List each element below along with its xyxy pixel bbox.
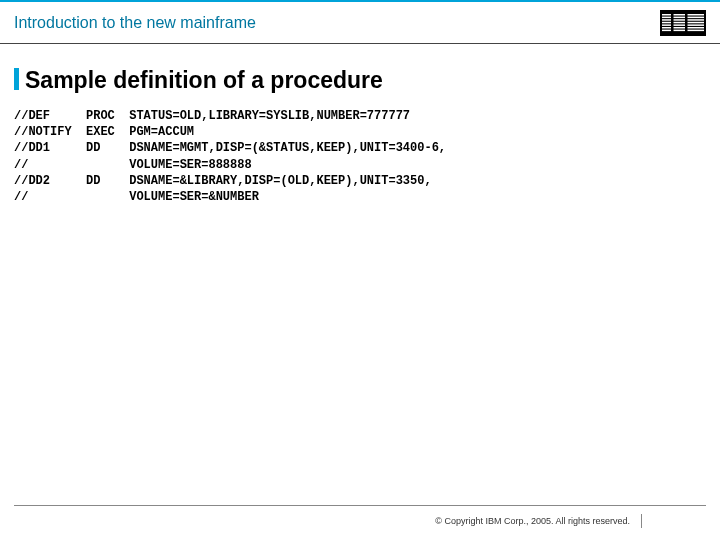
- svg-rect-8: [685, 14, 688, 32]
- svg-rect-6: [662, 29, 704, 31]
- svg-rect-7: [671, 14, 674, 32]
- footer-tick: [641, 514, 642, 528]
- svg-rect-3: [662, 21, 704, 23]
- title-accent-bar: [14, 68, 19, 90]
- svg-rect-4: [662, 24, 704, 26]
- ibm-logo: [660, 10, 706, 36]
- header-title: Introduction to the new mainframe: [14, 14, 256, 32]
- footer-divider: [14, 505, 706, 506]
- svg-rect-2: [662, 19, 704, 21]
- footer-copyright: © Copyright IBM Corp., 2005. All rights …: [435, 516, 630, 526]
- slide-title-row: Sample definition of a procedure: [14, 66, 706, 94]
- ibm-logo-icon: [662, 14, 704, 32]
- slide-content: Sample definition of a procedure //DEF P…: [0, 44, 720, 205]
- slide-title: Sample definition of a procedure: [25, 67, 383, 94]
- svg-rect-5: [662, 27, 704, 29]
- svg-rect-1: [662, 16, 704, 18]
- jcl-code-block: //DEF PROC STATUS=OLD,LIBRARY=SYSLIB,NUM…: [14, 108, 706, 205]
- slide-header: Introduction to the new mainframe: [0, 0, 720, 44]
- svg-rect-0: [662, 14, 704, 16]
- slide: Introduction to the new mainframe: [0, 0, 720, 540]
